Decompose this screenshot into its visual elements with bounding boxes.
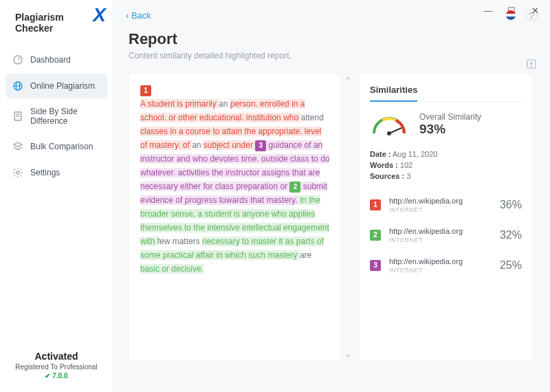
gauge-icon — [370, 111, 408, 138]
text-segment: subject under — [204, 140, 255, 150]
sidebar-item-label: Online Plagiarism — [30, 81, 95, 91]
meta-date: Date : Aug 11, 2020 — [370, 150, 522, 158]
sidebar-footer: Activated Registered To Professional ✔ 7… — [0, 342, 113, 392]
close-button[interactable]: ✕ — [529, 5, 540, 16]
source-badge-2[interactable]: 2 — [289, 182, 300, 193]
globe-icon — [12, 80, 23, 91]
page-header: Report Content similarity detailed highl… — [113, 30, 550, 66]
source-row[interactable]: 3http://en.wikipedia.orgINTERNET25% — [370, 250, 522, 281]
sidebar-item-bulk-comparison[interactable]: Bulk Comparison — [6, 134, 107, 159]
source-info: http://en.wikipedia.orgINTERNET — [389, 197, 500, 213]
maximize-button[interactable]: ☐ — [506, 5, 517, 16]
source-type: INTERNET — [389, 206, 500, 213]
text-segment: few matters — [157, 237, 202, 246]
sidebar: PlagiarismX Checker Dashboard Online Pla… — [0, 0, 113, 392]
meta-words: Words : 102 — [370, 161, 522, 169]
text-segment: an — [192, 140, 204, 150]
source-url: http://en.wikipedia.org — [389, 257, 500, 265]
overall-percent: 93% — [419, 122, 481, 137]
document-icon — [12, 111, 23, 122]
overall-similarity: Overall Similarity 93% — [419, 112, 481, 137]
version-label: ✔ 7.0.0 — [0, 372, 113, 380]
page-title: Report — [129, 30, 535, 48]
document-panel[interactable]: ⌃ ⌄ 1 A student is primarily an person. … — [129, 73, 342, 362]
text-segment: necessary to master it as parts — [202, 237, 317, 246]
source-type: INTERNET — [389, 237, 500, 243]
document-text: A student is primarily an person. enroll… — [140, 99, 329, 274]
content-row: ⌃ ⌄ 1 A student is primarily an person. … — [113, 66, 550, 362]
source-row[interactable]: 1http://en.wikipedia.orgINTERNET36% — [370, 190, 522, 220]
source-info: http://en.wikipedia.orgINTERNET — [389, 257, 500, 274]
logo-x-icon: X — [93, 10, 106, 20]
source-url: http://en.wikipedia.org — [389, 197, 500, 205]
svg-point-9 — [16, 171, 19, 174]
source-info: http://en.wikipedia.orgINTERNET — [389, 227, 500, 243]
source-row[interactable]: 2http://en.wikipedia.orgINTERNET32% — [370, 220, 522, 250]
overall-similarity-row: Overall Similarity 93% — [370, 111, 522, 138]
sidebar-item-side-by-side[interactable]: Side By Side Difference — [6, 100, 107, 133]
source-badge: 2 — [370, 230, 381, 241]
scroll-down-icon[interactable]: ⌄ — [344, 347, 353, 360]
text-segment: basic or decisive. — [140, 264, 204, 274]
sidebar-item-label: Side By Side Difference — [30, 107, 100, 126]
sidebar-item-label: Dashboard — [30, 55, 71, 65]
window-controls: — ☐ ✕ — [483, 0, 550, 21]
gauge-icon — [12, 54, 23, 65]
app-logo: PlagiarismX Checker — [0, 0, 113, 47]
minimize-button[interactable]: — — [483, 5, 494, 16]
export-icon[interactable] — [525, 58, 538, 70]
stack-icon — [12, 141, 23, 152]
sources-list: 1http://en.wikipedia.orgINTERNET36%2http… — [370, 190, 522, 281]
source-badge-3[interactable]: 3 — [255, 140, 266, 151]
source-badge-1[interactable]: 1 — [140, 85, 151, 96]
main-panel: ‹ Back ? Report Content similarity detai… — [113, 0, 550, 392]
report-meta: Date : Aug 11, 2020 Words : 102 Sources … — [370, 150, 522, 180]
sidebar-item-online-plagiarism[interactable]: Online Plagiarism — [6, 74, 107, 98]
logo-line2: Checker — [15, 23, 104, 34]
source-url: http://en.wikipedia.org — [389, 227, 500, 235]
sidebar-item-label: Settings — [30, 168, 60, 177]
meta-sources: Sources : 3 — [370, 172, 522, 180]
similarities-title: Similarities — [370, 85, 417, 102]
scroll-up-icon[interactable]: ⌃ — [344, 74, 353, 88]
source-badge: 1 — [370, 199, 381, 210]
source-type: INTERNET — [389, 267, 500, 274]
activation-status: Activated — [0, 351, 113, 362]
svg-line-13 — [389, 128, 402, 133]
overall-label: Overall Similarity — [419, 112, 481, 122]
source-badge: 3 — [370, 260, 381, 271]
sidebar-item-label: Bulk Comparison — [30, 142, 93, 151]
text-segment: A student is primarily — [140, 99, 219, 109]
text-segment: an — [219, 99, 230, 109]
svg-line-1 — [18, 58, 20, 60]
back-button[interactable]: ‹ Back — [126, 10, 151, 21]
source-percent: 25% — [500, 259, 522, 272]
similarities-panel: Similarities Overall Similarity 93% Date… — [358, 73, 534, 362]
source-percent: 32% — [500, 229, 522, 241]
svg-marker-8 — [14, 142, 22, 147]
sidebar-item-dashboard[interactable]: Dashboard — [6, 47, 107, 72]
sidebar-nav: Dashboard Online Plagiarism Side By Side… — [0, 47, 113, 342]
text-segment: are — [300, 250, 311, 260]
sidebar-item-settings[interactable]: Settings — [6, 160, 107, 185]
logo-line1: Plagiarism — [15, 12, 64, 23]
page-subtitle: Content similarity detailed highlighted … — [129, 51, 535, 61]
source-percent: 36% — [500, 199, 522, 211]
gear-icon — [12, 167, 23, 178]
registration-info: Registered To Professional — [0, 363, 113, 371]
text-segment: attend — [300, 113, 323, 122]
